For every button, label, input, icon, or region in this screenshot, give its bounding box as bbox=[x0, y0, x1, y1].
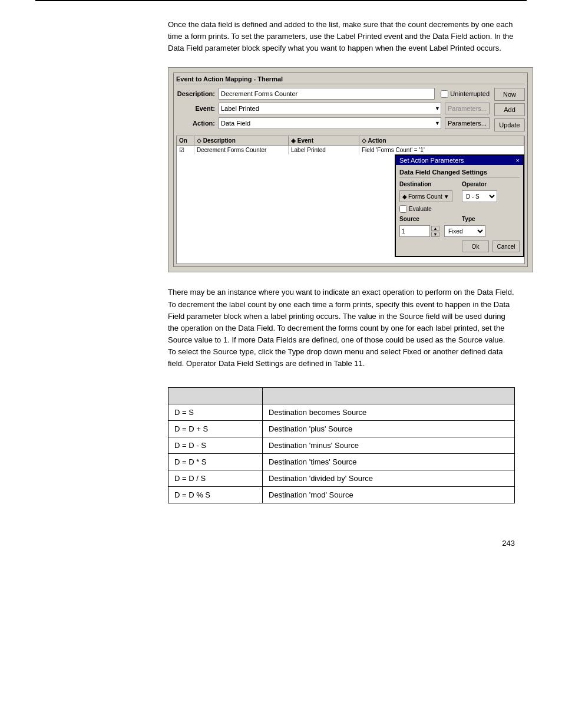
sap-close-icon[interactable]: × bbox=[516, 157, 520, 164]
table-cell-op2: D = D + S bbox=[168, 421, 263, 437]
sap-evaluate-checkbox[interactable] bbox=[399, 205, 407, 213]
row-on: ☑ bbox=[177, 146, 194, 154]
action-select-wrapper: Data Field ▼ bbox=[219, 117, 441, 129]
table-cell-desc6: Destination 'mod' Source bbox=[263, 487, 515, 503]
sap-body: Data Field Changed Settings Destination … bbox=[396, 165, 523, 256]
table-cell-desc4: Destination 'times' Source bbox=[263, 454, 515, 470]
table-row: D = D % S Destination 'mod' Source bbox=[168, 487, 515, 503]
sap-ok-button[interactable]: Ok bbox=[462, 241, 489, 252]
uninterrupted-checkbox[interactable] bbox=[441, 90, 448, 98]
now-button[interactable]: Now bbox=[494, 88, 525, 101]
content-area: Once the data field is defined and added… bbox=[0, 1, 562, 533]
add-button[interactable]: Add bbox=[494, 103, 525, 116]
event-label: Event: bbox=[176, 105, 219, 112]
sap-title: Set Action Parameters bbox=[399, 157, 464, 164]
description-input[interactable] bbox=[219, 88, 435, 100]
sap-titlebar: Set Action Parameters × bbox=[396, 156, 523, 165]
table-row: D = D / S Destination 'divided by' Sourc… bbox=[168, 470, 515, 487]
table-cell-desc3: Destination 'minus' Source bbox=[263, 437, 515, 454]
event-row: Event: Label Printed ▼ Parameters... bbox=[176, 103, 490, 114]
sap-source-type-values: ▲ ▼ Fixed Data Field bbox=[399, 225, 520, 237]
table-header-col2 bbox=[263, 388, 515, 404]
table-cell-desc5: Destination 'divided by' Source bbox=[263, 470, 515, 487]
action-label: Action: bbox=[176, 120, 219, 127]
forms-count-icon: ◆ bbox=[402, 193, 407, 200]
sap-popup: Set Action Parameters × Data Field Chang… bbox=[395, 154, 524, 257]
list-header-event: ◈ Event bbox=[289, 136, 359, 145]
sap-dest-button[interactable]: ◆ Forms Count ▼ bbox=[399, 190, 452, 202]
action-params-button[interactable]: Parameters... bbox=[445, 117, 490, 129]
sap-spin-down[interactable]: ▼ bbox=[431, 232, 439, 237]
description-row: Description: Uninterrupted bbox=[176, 88, 490, 100]
sap-source-input[interactable] bbox=[399, 225, 430, 237]
intro-paragraph: Once the data field is defined and added… bbox=[168, 19, 515, 54]
etam-fields: Description: Uninterrupted Event: bbox=[176, 88, 490, 132]
page-number-value: 243 bbox=[502, 539, 515, 548]
row-description: Decrement Forms Counter bbox=[194, 146, 289, 154]
table-cell-desc1: Destination becomes Source bbox=[263, 404, 515, 421]
sap-section-title: Data Field Changed Settings bbox=[399, 169, 520, 177]
sap-container: Set Action Parameters × Data Field Chang… bbox=[177, 154, 524, 263]
row-action: Field 'Forms Count' = '1' bbox=[359, 146, 524, 154]
action-select[interactable]: Data Field bbox=[219, 117, 441, 129]
sap-evaluate-label: Evaluate bbox=[409, 206, 432, 212]
page-number: 243 bbox=[0, 533, 562, 559]
operator-table: D = S Destination becomes Source D = D +… bbox=[168, 387, 515, 503]
page-container: Once the data field is defined and added… bbox=[0, 0, 562, 728]
middle-paragraph: There may be an instance where you want … bbox=[168, 286, 515, 370]
table-row[interactable]: ☑ Decrement Forms Counter Label Printed … bbox=[177, 146, 524, 154]
update-button[interactable]: Update bbox=[494, 118, 525, 131]
table-row: D = D + S Destination 'plus' Source bbox=[168, 421, 515, 437]
list-header-description: ◇ Description bbox=[194, 136, 289, 145]
etam-title: Event to Action Mapping - Thermal bbox=[176, 75, 525, 84]
table-row: D = D * S Destination 'times' Source bbox=[168, 454, 515, 470]
uninterrupted-label: Uninterrupted bbox=[441, 90, 490, 98]
table-header-row bbox=[168, 388, 515, 404]
event-params-button[interactable]: Parameters... bbox=[445, 103, 490, 114]
sap-oper-wrapper: D - S D = S D = D + S D = D * S D = D / … bbox=[462, 190, 520, 202]
event-select-wrapper: Label Printed ▼ bbox=[219, 103, 441, 114]
sap-dest-arrow: ▼ bbox=[444, 193, 449, 200]
table-cell-op3: D = D - S bbox=[168, 437, 263, 454]
side-buttons: Now Add Update bbox=[494, 88, 525, 131]
table-cell-op4: D = D * S bbox=[168, 454, 263, 470]
sap-ok-cancel-row: Ok Cancel bbox=[399, 241, 520, 252]
sap-dest-value: Forms Count bbox=[408, 193, 442, 200]
sap-dest-oper-labels: Destination Operator bbox=[399, 181, 520, 187]
etam-dialog: Event to Action Mapping - Thermal Descri… bbox=[173, 73, 528, 267]
sap-spinners: ▲ ▼ bbox=[431, 226, 439, 237]
sap-dest-oper-values: ◆ Forms Count ▼ D - S bbox=[399, 190, 520, 202]
sap-destination-label: Destination bbox=[399, 181, 457, 187]
table-row: D = S Destination becomes Source bbox=[168, 404, 515, 421]
sap-operator-select[interactable]: D - S D = S D = D + S D = D * S D = D / … bbox=[462, 190, 497, 202]
sap-type-label: Type bbox=[462, 216, 520, 222]
event-select[interactable]: Label Printed bbox=[219, 103, 441, 114]
table-cell-desc2: Destination 'plus' Source bbox=[263, 421, 515, 437]
table-cell-op1: D = S bbox=[168, 404, 263, 421]
sap-type-select[interactable]: Fixed Data Field bbox=[444, 225, 485, 237]
screenshot-wrapper: Event to Action Mapping - Thermal Descri… bbox=[168, 67, 515, 272]
sap-cancel-button[interactable]: Cancel bbox=[492, 241, 520, 252]
list-header-action: ◇ Action bbox=[359, 136, 524, 145]
list-header-on: On bbox=[177, 136, 194, 145]
sap-source-label: Source bbox=[399, 216, 457, 222]
description-label: Description: bbox=[176, 90, 219, 97]
list-header: On ◇ Description ◈ Event ◇ Action bbox=[177, 136, 524, 146]
sap-spin-up[interactable]: ▲ bbox=[431, 226, 439, 231]
list-area: On ◇ Description ◈ Event ◇ Action bbox=[176, 136, 525, 264]
sap-source-type-labels: Source Type bbox=[399, 216, 520, 222]
table-row: D = D - S Destination 'minus' Source bbox=[168, 437, 515, 454]
sap-type-wrapper: Fixed Data Field bbox=[444, 225, 485, 237]
sap-operator-label: Operator bbox=[462, 181, 520, 187]
row-event: Label Printed bbox=[289, 146, 359, 154]
table-cell-op5: D = D / S bbox=[168, 470, 263, 487]
etam-top: Description: Uninterrupted Event: bbox=[176, 88, 525, 132]
screenshot-area: Event to Action Mapping - Thermal Descri… bbox=[168, 67, 533, 272]
table-header-col1 bbox=[168, 388, 263, 404]
table-cell-op6: D = D % S bbox=[168, 487, 263, 503]
sap-dest-wrapper: ◆ Forms Count ▼ bbox=[399, 190, 457, 202]
action-row: Action: Data Field ▼ Parameters... bbox=[176, 117, 490, 129]
sap-evaluate-row: Evaluate bbox=[399, 205, 520, 213]
sap-source-wrapper: ▲ ▼ bbox=[399, 225, 439, 237]
